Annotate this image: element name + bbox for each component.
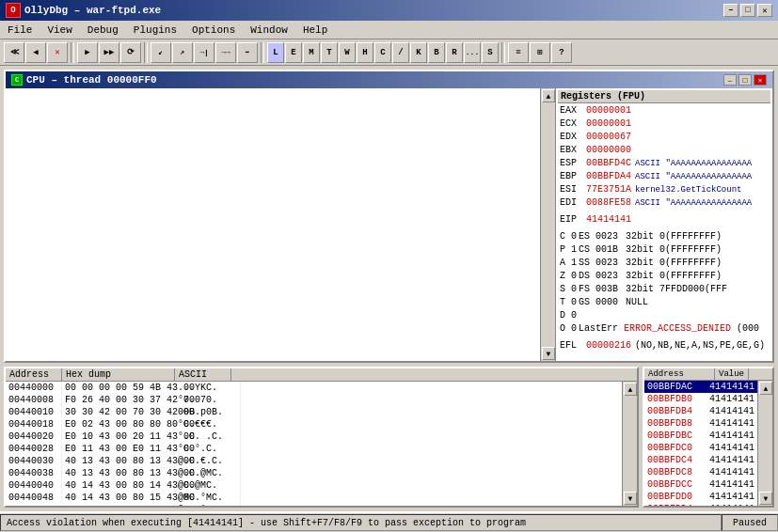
registers-header: Registers (FPU): [558, 90, 770, 103]
dump-hex-header: Hex dump: [62, 368, 175, 381]
cpu-minimize-btn[interactable]: –: [723, 74, 737, 86]
scroll-down-btn[interactable]: ▼: [542, 347, 555, 360]
dump-header: Address Hex dump ASCII: [6, 368, 637, 382]
toolbar-r-btn[interactable]: R: [446, 42, 463, 63]
toolbar-trace-btn[interactable]: →→: [215, 42, 236, 63]
toolbar-e-btn[interactable]: E: [285, 42, 302, 63]
maximize-button[interactable]: □: [740, 4, 755, 17]
stack-scroll-track: [758, 396, 772, 491]
main-area: C CPU – thread 00000FF0 – □ ✕ ▲ ▼: [0, 66, 778, 511]
stack-header: Address Value: [644, 368, 772, 381]
toolbar-sep-3: [261, 42, 264, 63]
status-bar: Access violation when executing [4141414…: [0, 511, 778, 532]
toolbar-c-btn[interactable]: C: [374, 42, 391, 63]
toolbar-step-out-btn[interactable]: →|: [194, 42, 214, 63]
cpu-inner: ▲ ▼ Registers (FPU) EAX 00000001 ECX 000…: [6, 88, 772, 361]
toolbar-dots-btn[interactable]: ...: [464, 42, 481, 63]
stack-row: 00BBFDB441414141: [644, 405, 757, 417]
stack-row: 00BBFDC841414141: [644, 466, 757, 478]
stack-row: 00BBFDC441414141: [644, 454, 757, 466]
reg-flags-a: A 1 SS 0023 32bit 0(FFFFFFFF): [560, 257, 769, 270]
scroll-up-btn[interactable]: ▲: [542, 89, 555, 102]
stack-scroll-down[interactable]: ▼: [759, 492, 772, 505]
scroll-track: [541, 103, 555, 346]
toolbar-t-btn[interactable]: T: [321, 42, 338, 63]
toolbar-s-btn[interactable]: S: [482, 42, 499, 63]
toolbar-prev-btn[interactable]: ◀: [25, 42, 46, 63]
toolbar-step-in-btn[interactable]: ↙: [151, 42, 171, 63]
stack-val-header: Value: [715, 368, 749, 380]
toolbar-help-btn[interactable]: ?: [551, 42, 572, 63]
reg-flags-c: C 0 ES 0023 32bit 0(FFFFFFFF): [560, 230, 769, 243]
dump-scroll-up[interactable]: ▲: [624, 383, 637, 396]
stack-row: 00BBFDBC41414141: [644, 430, 757, 442]
menu-view[interactable]: View: [40, 23, 79, 37]
stack-scrollbar[interactable]: ▲ ▼: [757, 381, 772, 506]
table-row: 00440028E0 11 43 00 E0 11 43 00°C.°.C.: [6, 443, 622, 455]
toolbar-slash-btn[interactable]: /: [392, 42, 409, 63]
dump-ascii-header: ASCII: [175, 368, 231, 381]
menu-help[interactable]: Help: [295, 23, 335, 37]
toolbar-run-btn[interactable]: ▶: [77, 42, 98, 63]
bottom-area: Address Hex dump ASCII 0044000000 00 00 …: [4, 367, 774, 508]
reg-flags-s: S 0 FS 003B 32bit 7FFDD000(FFF: [560, 283, 769, 296]
reg-esi: ESI 77E3751A kernel32.GetTickCount: [560, 183, 769, 196]
stack-scroll-up[interactable]: ▲: [759, 382, 772, 395]
toolbar-h-btn[interactable]: H: [357, 42, 373, 63]
menu-file[interactable]: File: [0, 23, 40, 37]
toolbar-w-btn[interactable]: W: [339, 42, 356, 63]
stack-content: 00BBFDAC41414141 00BBFDB041414141 00BBFD…: [644, 381, 772, 506]
cpu-window-title: CPU – thread 00000FF0: [26, 74, 157, 86]
dump-rows: 0044000000 00 00 00 59 4B 43 00...YKC. 0…: [6, 382, 622, 506]
reg-flags-p: P 1 CS 001B 32bit 0(FFFFFFFF): [560, 243, 769, 257]
reg-eip: EIP 41414141: [560, 213, 769, 227]
table-row: 0044003040 13 43 00 80 13 43 00@.C.€.C.: [6, 455, 622, 467]
stack-row: 00BBFDD041414141: [644, 491, 757, 503]
toolbar-sep-2: [144, 42, 148, 63]
toolbar-b-btn[interactable]: B: [428, 42, 445, 63]
toolbar-step-over-btn[interactable]: ↗: [172, 42, 193, 63]
disasm-scrollbar[interactable]: ▲ ▼: [540, 88, 555, 361]
cpu-maximize-btn[interactable]: □: [738, 74, 752, 86]
toolbar-k-btn[interactable]: K: [410, 42, 427, 63]
reg-ebp: EBP 00BBFDA4 ASCII "AAAAAAAAAAAAAAAA: [560, 170, 769, 183]
toolbar-goto-btn[interactable]: ➡: [237, 42, 258, 63]
toolbar-back-btn[interactable]: ≪: [4, 42, 24, 63]
toolbar-m-btn[interactable]: M: [303, 42, 320, 63]
minimize-button[interactable]: –: [723, 4, 738, 17]
reg-flags-o: O 0 LastErr ERROR_ACCESS_DENIED (000: [560, 322, 769, 336]
reg-edi: EDI 0088FE58 ASCII "AAAAAAAAAAAAAAAA: [560, 196, 769, 210]
menu-debug[interactable]: Debug: [80, 23, 126, 37]
dump-scrollbar[interactable]: ▲ ▼: [622, 382, 637, 506]
reg-flags-z: Z 0 DS 0023 32bit 0(FFFFFFFF): [560, 270, 769, 283]
toolbar-view2-btn[interactable]: ⊞: [530, 42, 550, 63]
menu-plugins[interactable]: Plugins: [126, 23, 184, 37]
toolbar-stop-btn[interactable]: ✕: [47, 42, 68, 63]
title-bar: O OllyDbg – war-ftpd.exe – □ ✕: [0, 0, 778, 21]
disasm-panel[interactable]: ▲ ▼: [6, 88, 556, 361]
toolbar-view1-btn[interactable]: ≡: [508, 42, 529, 63]
table-row: 00440020E0 10 43 00 20 11 43 00°.C. .C.: [6, 430, 622, 443]
toolbar-pause-btn[interactable]: ⟳: [120, 42, 141, 63]
stack-panel: Address Value 00BBFDAC41414141 00BBFDB04…: [643, 367, 774, 508]
dump-content: 0044000000 00 00 00 59 4B 43 00...YKC. 0…: [6, 382, 637, 506]
toolbar-run2-btn[interactable]: ▶▶: [99, 42, 119, 63]
dump-scroll-track: [623, 397, 637, 491]
menu-options[interactable]: Options: [184, 23, 243, 37]
status-paused: Paused: [722, 514, 778, 531]
table-row: 0044000000 00 00 00 59 4B 43 00...YKC.: [6, 382, 622, 394]
cpu-win-controls: – □ ✕: [723, 74, 767, 86]
close-button[interactable]: ✕: [757, 4, 772, 17]
reg-ecx: ECX 00000001: [560, 117, 769, 131]
cpu-close-btn[interactable]: ✕: [754, 74, 767, 86]
stack-row: 00BBFDB841414141: [644, 417, 757, 430]
dump-scroll-down[interactable]: ▼: [624, 492, 637, 505]
app-title: OllyDbg – war-ftpd.exe: [24, 5, 161, 16]
table-row: 0044004840 14 43 00 80 15 43 00@MC.°MC.: [6, 492, 622, 504]
toolbar-l-btn[interactable]: L: [267, 42, 284, 63]
reg-efl: EFL 00000216 (NO,NB,NE,A,NS,PE,GE,G): [560, 339, 769, 352]
reg-flags-d: D 0: [560, 309, 769, 322]
reg-edx: EDX 00000067: [560, 131, 769, 144]
menu-window[interactable]: Window: [243, 23, 295, 37]
stack-row: 00BBFDC041414141: [644, 442, 757, 454]
